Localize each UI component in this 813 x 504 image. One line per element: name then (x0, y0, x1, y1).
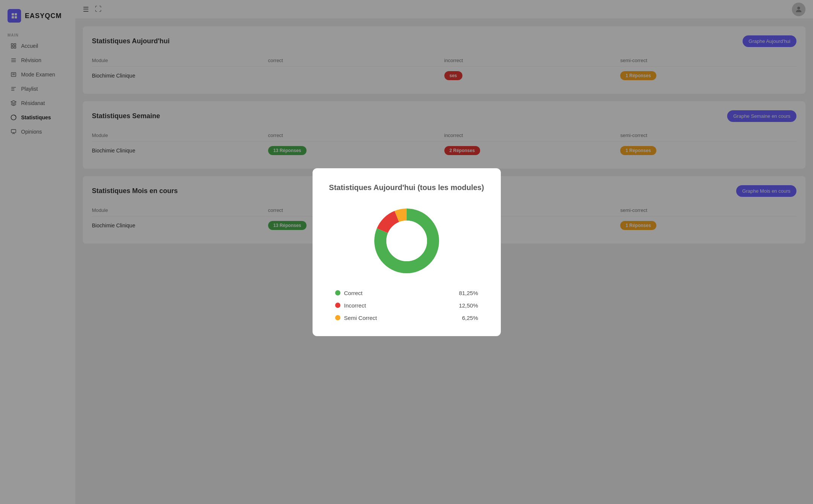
chart-legend: Correct 81,25% Incorrect 12,50% Semi Cor… (328, 290, 486, 321)
semi-correct-value: 6,25% (462, 315, 478, 321)
legend-item-incorrect: Incorrect 12,50% (335, 302, 478, 309)
incorrect-dot (335, 303, 340, 308)
donut-chart-container (328, 203, 486, 279)
incorrect-label: Incorrect (344, 302, 366, 309)
legend-left-correct: Correct (335, 290, 363, 296)
modal-overlay[interactable]: Statistiques Aujourd'hui (tous les modul… (0, 0, 813, 504)
legend-item-semi-correct: Semi Correct 6,25% (335, 315, 478, 321)
modal-dialog: Statistiques Aujourd'hui (tous les modul… (313, 168, 501, 336)
legend-item-correct: Correct 81,25% (335, 290, 478, 296)
modal-title: Statistiques Aujourd'hui (tous les modul… (328, 183, 486, 192)
correct-value: 81,25% (459, 290, 478, 296)
correct-label: Correct (344, 290, 363, 296)
semi-correct-label: Semi Correct (344, 315, 377, 321)
donut-chart (369, 203, 444, 279)
semi-correct-dot (335, 315, 340, 320)
incorrect-value: 12,50% (459, 302, 478, 309)
legend-left-incorrect: Incorrect (335, 302, 366, 309)
correct-dot (335, 290, 340, 295)
legend-left-semi: Semi Correct (335, 315, 377, 321)
donut-center (386, 221, 427, 261)
